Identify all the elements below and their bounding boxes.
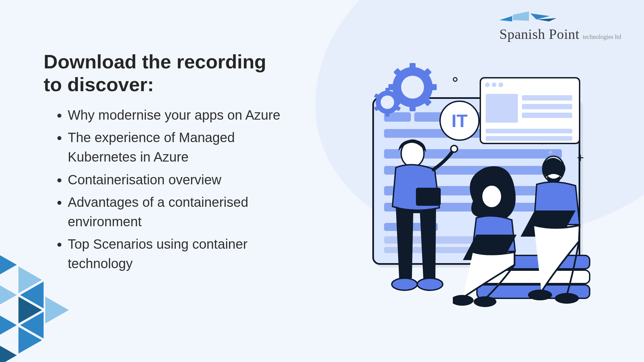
svg-point-19 bbox=[482, 185, 502, 208]
brand-logo: Spanish Point technologies ltd bbox=[499, 11, 621, 42]
svg-point-22 bbox=[474, 296, 496, 307]
list-item: Containerisation overview bbox=[68, 170, 288, 190]
svg-marker-8 bbox=[0, 312, 17, 339]
svg-marker-6 bbox=[0, 282, 17, 308]
svg-point-17 bbox=[417, 278, 443, 290]
popup-window-icon bbox=[480, 77, 580, 144]
svg-marker-11 bbox=[45, 297, 69, 323]
list-item: Top Scenarios using container technology bbox=[68, 235, 288, 273]
person-standing-icon bbox=[376, 137, 463, 295]
list-item: Why modernise your apps on Azure bbox=[68, 106, 288, 125]
it-bubble: IT bbox=[439, 101, 480, 141]
page-heading: Download the recording to discover: bbox=[44, 50, 288, 96]
svg-marker-3 bbox=[537, 18, 556, 21]
svg-marker-4 bbox=[0, 251, 17, 278]
bullet-list: Why modernise your apps on Azure The exp… bbox=[44, 106, 288, 274]
svg-point-18 bbox=[451, 145, 458, 152]
svg-point-16 bbox=[392, 278, 417, 290]
copy-block: Download the recording to discover: Why … bbox=[44, 50, 288, 277]
brand-subtitle: technologies ltd bbox=[583, 34, 621, 41]
svg-marker-1 bbox=[513, 11, 529, 21]
svg-marker-2 bbox=[530, 13, 550, 19]
list-item: The experience of Managed Kubernetes in … bbox=[68, 128, 288, 167]
dot-icon bbox=[453, 77, 458, 82]
svg-point-21 bbox=[453, 295, 474, 306]
svg-rect-15 bbox=[416, 188, 441, 206]
gear-icon bbox=[376, 90, 399, 114]
svg-marker-13 bbox=[0, 342, 17, 362]
svg-point-26 bbox=[555, 293, 579, 304]
brand-logo-mark bbox=[499, 11, 556, 23]
it-bubble-label: IT bbox=[451, 112, 468, 130]
svg-marker-0 bbox=[499, 16, 512, 21]
brand-name: Spanish Point bbox=[499, 26, 580, 42]
hero-illustration: ✦ ✦ + IT bbox=[356, 67, 597, 308]
svg-point-25 bbox=[528, 290, 552, 300]
person-sitting-right-icon bbox=[517, 151, 604, 308]
list-item: Advantages of a containerised environmen… bbox=[68, 193, 288, 231]
